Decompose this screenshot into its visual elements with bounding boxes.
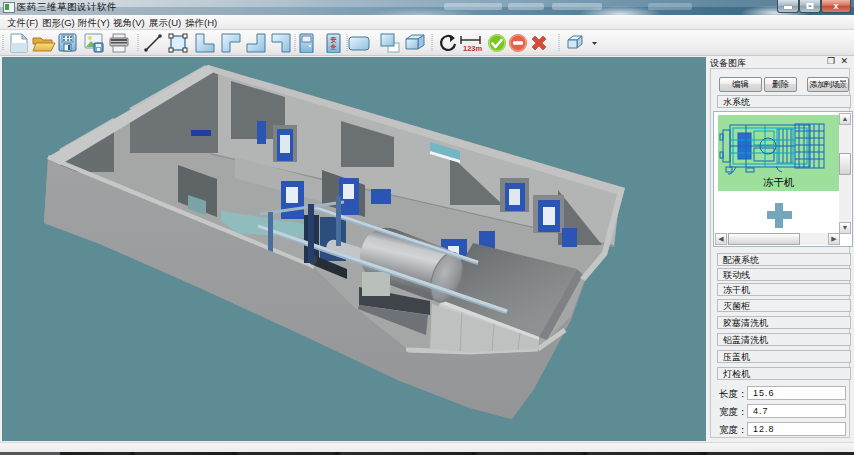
- svg-text:安: 安: [331, 36, 337, 43]
- svg-text:全: 全: [330, 43, 337, 50]
- svg-text:123m: 123m: [463, 44, 483, 53]
